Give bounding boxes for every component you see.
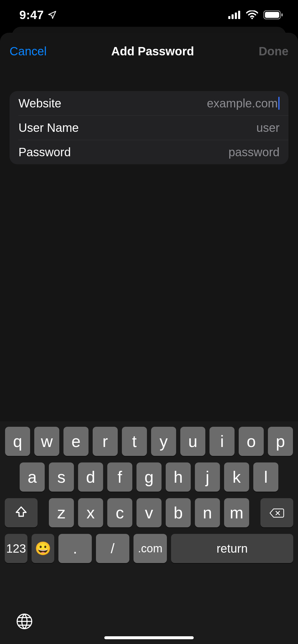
- username-row[interactable]: User Name: [18, 115, 288, 140]
- svg-rect-3: [238, 11, 240, 19]
- key-a[interactable]: a: [20, 462, 45, 492]
- cancel-button[interactable]: Cancel: [10, 45, 47, 58]
- done-button[interactable]: Done: [259, 45, 288, 58]
- password-input[interactable]: [71, 146, 280, 159]
- location-arrow-icon: [47, 10, 57, 20]
- key-n[interactable]: n: [195, 498, 220, 527]
- key-t[interactable]: t: [122, 427, 147, 456]
- add-password-sheet: Cancel Add Password Done Website User Na…: [0, 33, 298, 644]
- password-row[interactable]: Password: [18, 140, 288, 164]
- key-c[interactable]: c: [107, 498, 132, 527]
- cellular-signal-icon: [228, 11, 241, 19]
- key-j[interactable]: j: [195, 462, 220, 492]
- key-y[interactable]: y: [151, 427, 176, 456]
- keyboard-row-1: q w e r t y u i o p: [4, 427, 294, 456]
- status-right: [228, 10, 283, 19]
- navbar: Cancel Add Password Done: [0, 33, 298, 61]
- backspace-key[interactable]: [260, 498, 293, 527]
- status-time: 9:47: [19, 8, 44, 22]
- keyboard: q w e r t y u i o p a s d f g h j k l: [0, 421, 298, 644]
- key-w[interactable]: w: [34, 427, 59, 456]
- password-label: Password: [18, 146, 71, 159]
- svg-rect-1: [232, 14, 234, 19]
- key-s[interactable]: s: [49, 462, 74, 492]
- home-indicator[interactable]: [104, 636, 194, 639]
- key-k[interactable]: k: [224, 462, 249, 492]
- keyboard-row-2: a s d f g h j k l: [4, 462, 294, 492]
- numbers-key[interactable]: 123: [5, 534, 27, 563]
- key-e[interactable]: e: [63, 427, 89, 456]
- battery-full-icon: [263, 10, 283, 19]
- shift-key[interactable]: [5, 498, 38, 527]
- key-p[interactable]: p: [268, 427, 293, 456]
- key-i[interactable]: i: [209, 427, 235, 456]
- key-b[interactable]: b: [166, 498, 191, 527]
- key-v[interactable]: v: [136, 498, 162, 527]
- keyboard-row-4: 123 😀 . / .com return: [4, 534, 294, 563]
- svg-rect-2: [235, 12, 237, 19]
- username-label: User Name: [18, 121, 79, 135]
- svg-rect-0: [228, 16, 230, 19]
- key-d[interactable]: d: [78, 462, 103, 492]
- wifi-icon: [246, 10, 258, 19]
- website-row[interactable]: Website: [10, 91, 288, 115]
- dot-key[interactable]: .: [58, 534, 92, 563]
- key-h[interactable]: h: [166, 462, 191, 492]
- key-m[interactable]: m: [224, 498, 249, 527]
- key-f[interactable]: f: [107, 462, 132, 492]
- svg-rect-6: [265, 12, 279, 18]
- return-key[interactable]: return: [171, 534, 293, 563]
- website-input[interactable]: [61, 97, 278, 110]
- globe-icon: [16, 626, 33, 631]
- shift-icon: [15, 503, 28, 522]
- key-r[interactable]: r: [93, 427, 118, 456]
- emoji-key[interactable]: 😀: [32, 534, 54, 563]
- key-q[interactable]: q: [5, 427, 30, 456]
- svg-rect-7: [281, 13, 283, 16]
- keyboard-row-3: z x c v b n m: [4, 498, 294, 527]
- dotcom-key[interactable]: .com: [134, 534, 167, 563]
- slash-key[interactable]: /: [96, 534, 129, 563]
- key-l[interactable]: l: [253, 462, 278, 492]
- key-z[interactable]: z: [49, 498, 74, 527]
- status-left: 9:47: [19, 8, 57, 22]
- key-x[interactable]: x: [78, 498, 103, 527]
- password-form: Website User Name Password: [10, 91, 288, 164]
- website-label: Website: [18, 97, 61, 110]
- svg-point-4: [251, 18, 253, 19]
- backspace-icon: [269, 503, 284, 522]
- globe-key[interactable]: [16, 613, 33, 630]
- status-bar: 9:47: [0, 0, 298, 30]
- key-o[interactable]: o: [239, 427, 264, 456]
- key-u[interactable]: u: [180, 427, 205, 456]
- text-cursor: [278, 97, 280, 110]
- key-g[interactable]: g: [136, 462, 162, 492]
- username-input[interactable]: [79, 121, 280, 135]
- page-title: Add Password: [111, 45, 194, 58]
